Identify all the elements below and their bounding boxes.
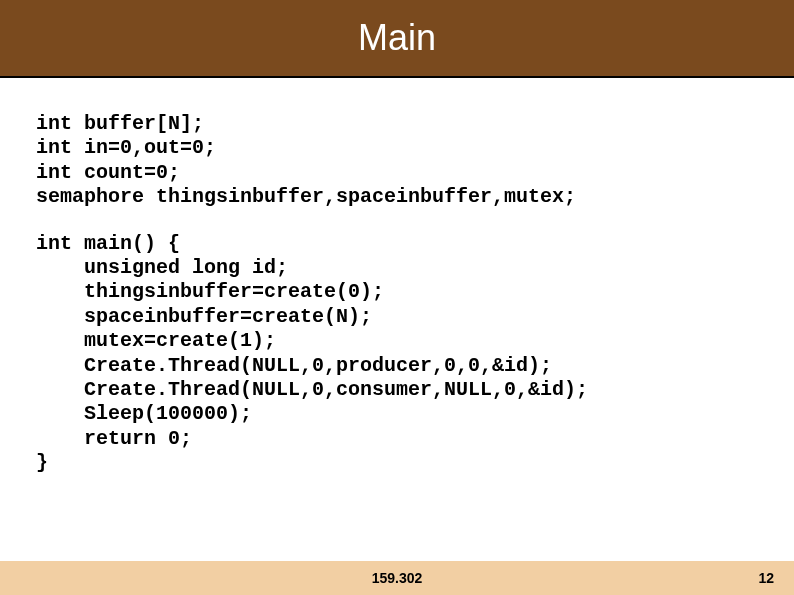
slide-header: Main [0,0,794,78]
code-main-function: int main() { unsigned long id; thingsinb… [36,232,758,476]
slide-title: Main [358,17,436,59]
page-number: 12 [758,570,774,586]
slide-content: int buffer[N]; int in=0,out=0; int count… [0,78,794,475]
course-number: 159.302 [372,570,423,586]
code-declarations: int buffer[N]; int in=0,out=0; int count… [36,112,758,210]
slide-footer: 159.302 12 [0,561,794,595]
